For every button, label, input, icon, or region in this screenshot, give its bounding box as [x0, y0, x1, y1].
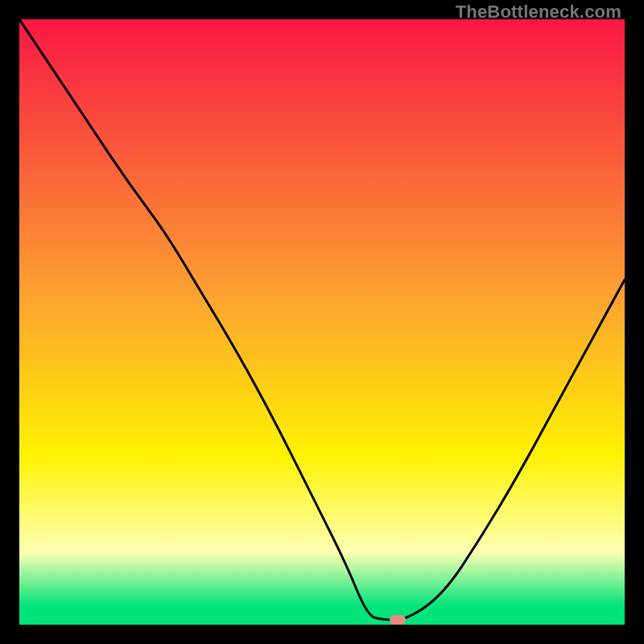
plot-area	[19, 19, 625, 625]
optimal-point-marker	[390, 615, 406, 625]
bottleneck-curve	[19, 19, 625, 625]
watermark-text: TheBottleneck.com	[456, 2, 621, 23]
chart-container: TheBottleneck.com	[0, 0, 644, 644]
